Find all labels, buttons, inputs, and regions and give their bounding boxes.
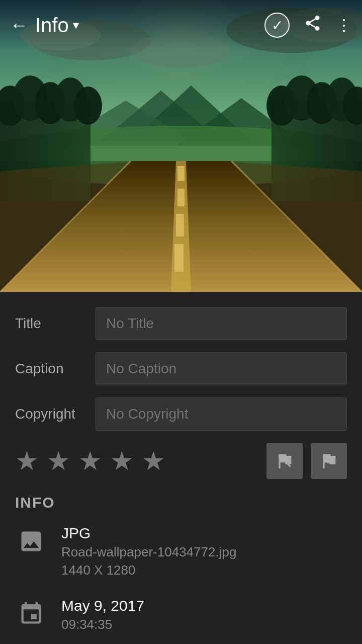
jpg-filename: Road-wallpaper-10434772.jpg — [61, 543, 347, 561]
info-panel: Title Caption Copyright ★ ★ ★ ★ ★ — [0, 292, 362, 644]
dropdown-arrow-icon[interactable]: ▾ — [73, 18, 79, 32]
accept-flag-button[interactable] — [311, 443, 347, 479]
caption-label: Caption — [15, 361, 96, 377]
caption-row: Caption — [15, 352, 347, 385]
date-info-content: May 9, 2017 09:34:35 — [61, 596, 347, 633]
svg-rect-29 — [177, 189, 185, 206]
copyright-input[interactable] — [96, 397, 347, 431]
svg-point-17 — [74, 87, 102, 125]
checkmark-button[interactable]: ✓ — [264, 13, 290, 38]
back-button[interactable]: ← — [10, 16, 28, 34]
copyright-label: Copyright — [15, 406, 96, 422]
stars-container: ★ ★ ★ ★ ★ — [15, 446, 266, 476]
date-time: 09:34:35 — [61, 615, 347, 633]
star-5[interactable]: ★ — [142, 446, 165, 476]
rating-row: ★ ★ ★ ★ ★ — [15, 443, 347, 479]
caption-input[interactable] — [96, 352, 347, 385]
list-item: May 9, 2017 09:34:35 — [15, 596, 347, 633]
svg-rect-28 — [177, 166, 185, 181]
jpg-info-content: JPG Road-wallpaper-10434772.jpg 1440 X 1… — [61, 523, 347, 580]
reject-flag-button[interactable] — [266, 443, 303, 479]
image-icon — [15, 525, 47, 557]
flag-buttons — [266, 443, 347, 479]
title-row: Title — [15, 307, 347, 340]
jpg-dimensions: 1440 X 1280 — [61, 561, 347, 579]
svg-rect-31 — [174, 244, 184, 272]
title-input[interactable] — [96, 307, 347, 340]
jpg-title: JPG — [61, 523, 347, 543]
svg-rect-30 — [176, 214, 184, 236]
more-options-button[interactable]: ⋮ — [336, 16, 352, 35]
star-2[interactable]: ★ — [47, 446, 70, 476]
app-header: ← Info ▾ ✓ ⋮ — [0, 0, 362, 50]
date-title: May 9, 2017 — [61, 596, 347, 615]
share-button[interactable] — [304, 14, 322, 36]
star-3[interactable]: ★ — [78, 446, 102, 476]
header-title-group: Info ▾ — [35, 14, 79, 37]
calendar-icon — [15, 598, 47, 630]
copyright-row: Copyright — [15, 397, 347, 431]
page-title: Info — [35, 14, 69, 37]
list-item: JPG Road-wallpaper-10434772.jpg 1440 X 1… — [15, 523, 347, 580]
info-section-title: INFO — [15, 494, 347, 511]
header-left: ← Info ▾ — [10, 14, 264, 37]
title-label: Title — [15, 315, 96, 332]
star-4[interactable]: ★ — [110, 446, 134, 476]
star-1[interactable]: ★ — [15, 446, 39, 476]
header-actions: ✓ ⋮ — [264, 13, 352, 38]
